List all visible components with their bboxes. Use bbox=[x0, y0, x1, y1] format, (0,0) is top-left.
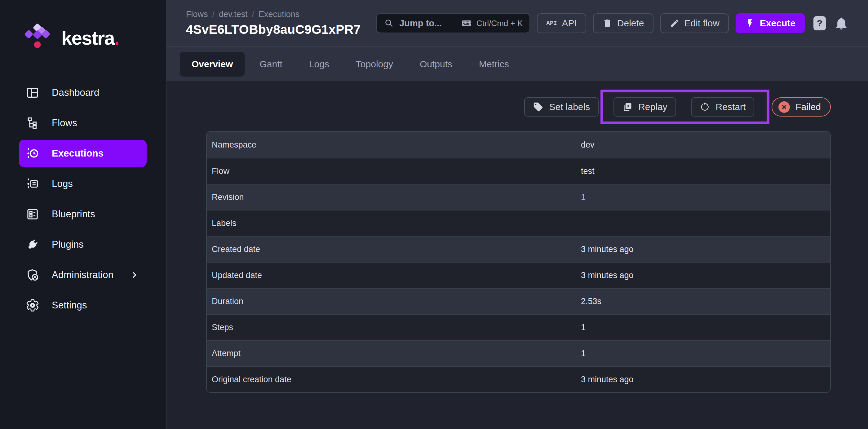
table-row-attempt: Attempt 1 bbox=[207, 340, 830, 366]
overview-content: Set labels Replay bbox=[166, 81, 868, 429]
tab-logs[interactable]: Logs bbox=[297, 52, 341, 76]
api-button[interactable]: API API bbox=[537, 13, 586, 33]
sidebar-item-executions[interactable]: Executions bbox=[19, 140, 147, 167]
sidebar-item-settings[interactable]: Settings bbox=[19, 292, 147, 319]
sidebar-item-label: Flows bbox=[52, 118, 77, 129]
set-labels-button[interactable]: Set labels bbox=[524, 97, 599, 117]
sidebar-item-label: Executions bbox=[52, 148, 103, 159]
sidebar: kestra. Dashboard bbox=[0, 0, 166, 429]
flows-icon bbox=[26, 116, 39, 130]
table-row-namespace: Namespace dev bbox=[207, 132, 830, 158]
tag-icon bbox=[533, 102, 544, 112]
execution-actions-row: Set labels Replay bbox=[206, 90, 831, 124]
replay-button[interactable]: Replay bbox=[614, 97, 676, 117]
sidebar-item-plugins[interactable]: Plugins bbox=[19, 231, 147, 258]
search-icon bbox=[384, 18, 394, 29]
dashboard-icon bbox=[26, 86, 39, 99]
tab-metrics[interactable]: Metrics bbox=[467, 52, 521, 76]
close-circle-icon bbox=[778, 101, 790, 113]
shortcut-hint: Ctrl/Cmd + K bbox=[461, 18, 523, 29]
sidebar-item-administration[interactable]: Administration bbox=[19, 261, 147, 288]
status-badge-label: Failed bbox=[796, 102, 821, 112]
kestra-logo-text: kestra. bbox=[61, 27, 119, 49]
table-row-flow: Flow test bbox=[207, 158, 830, 184]
bell-icon bbox=[835, 17, 848, 30]
sidebar-item-flows[interactable]: Flows bbox=[19, 110, 147, 137]
tab-overview[interactable]: Overview bbox=[180, 52, 245, 76]
main-area: Flows / dev.test / Executions 4SvE6LTOBb… bbox=[166, 0, 868, 429]
tab-topology[interactable]: Topology bbox=[344, 52, 405, 76]
annotation-highlight-box: Replay Restart bbox=[600, 90, 769, 124]
sidebar-item-label: Dashboard bbox=[52, 87, 99, 98]
executions-icon bbox=[26, 147, 39, 160]
table-row-updated-date: Updated date 3 minutes ago bbox=[207, 262, 830, 288]
plugins-icon bbox=[26, 238, 39, 251]
breadcrumb-executions[interactable]: Executions bbox=[258, 10, 300, 19]
topbar: Flows / dev.test / Executions 4SvE6LTOBb… bbox=[166, 0, 868, 47]
sidebar-nav: Dashboard Flows bbox=[0, 78, 166, 320]
sidebar-item-label: Administration bbox=[52, 269, 114, 280]
blueprints-icon bbox=[26, 207, 39, 221]
breadcrumb-separator: / bbox=[252, 10, 254, 19]
lightning-icon bbox=[745, 18, 755, 28]
chevron-right-icon bbox=[128, 269, 141, 281]
execution-tabs: Overview Gantt Logs Topology Outputs Met… bbox=[166, 47, 868, 81]
gear-icon bbox=[26, 299, 39, 312]
jump-to-placeholder: Jump to... bbox=[399, 18, 442, 29]
table-row-created-date: Created date 3 minutes ago bbox=[207, 236, 830, 262]
kestra-app: kestra. Dashboard bbox=[0, 0, 868, 429]
trash-icon bbox=[602, 18, 612, 28]
execute-button[interactable]: Execute bbox=[736, 13, 805, 33]
restart-icon bbox=[700, 102, 710, 112]
revision-link[interactable]: 1 bbox=[581, 192, 830, 202]
sidebar-item-label: Logs bbox=[52, 178, 73, 189]
table-row-original-creation-date: Original creation date 3 minutes ago bbox=[207, 366, 830, 392]
keyboard-icon bbox=[461, 18, 472, 29]
table-row-labels: Labels bbox=[207, 210, 830, 236]
table-row-revision: Revision 1 bbox=[207, 184, 830, 210]
breadcrumb-namespace[interactable]: dev.test bbox=[219, 10, 248, 19]
table-row-steps: Steps 1 bbox=[207, 314, 830, 340]
table-row-duration: Duration 2.53s bbox=[207, 288, 830, 314]
page-title: 4SvE6LTOBby8auC9G1xPR7 bbox=[186, 22, 361, 37]
pencil-icon bbox=[670, 18, 680, 28]
delete-button[interactable]: Delete bbox=[593, 13, 653, 33]
header-titles: Flows / dev.test / Executions 4SvE6LTOBb… bbox=[186, 10, 361, 37]
replay-icon bbox=[622, 102, 633, 112]
help-button[interactable]: ? bbox=[813, 16, 826, 30]
question-mark-icon: ? bbox=[817, 18, 823, 29]
sidebar-item-label: Settings bbox=[52, 300, 87, 311]
jump-to-search[interactable]: Jump to... Ctrl/Cmd + K bbox=[376, 13, 530, 33]
breadcrumb: Flows / dev.test / Executions bbox=[186, 10, 361, 19]
header-actions: Jump to... Ctrl/Cmd + K API API bbox=[376, 13, 848, 33]
notifications-button[interactable] bbox=[835, 17, 848, 30]
shortcut-text: Ctrl/Cmd + K bbox=[476, 19, 523, 28]
breadcrumb-separator: / bbox=[212, 10, 215, 19]
api-icon: API bbox=[546, 20, 557, 27]
breadcrumb-flows[interactable]: Flows bbox=[186, 10, 208, 19]
kestra-logo[interactable]: kestra. bbox=[22, 22, 166, 53]
edit-flow-button[interactable]: Edit flow bbox=[660, 13, 729, 33]
sidebar-item-label: Plugins bbox=[52, 239, 84, 250]
sidebar-item-label: Blueprints bbox=[52, 209, 95, 220]
shield-account-icon bbox=[26, 268, 39, 282]
kestra-logo-icon bbox=[22, 22, 54, 54]
sidebar-item-dashboard[interactable]: Dashboard bbox=[19, 79, 147, 106]
tab-outputs[interactable]: Outputs bbox=[408, 52, 464, 76]
sidebar-item-logs[interactable]: Logs bbox=[19, 170, 147, 197]
tab-gantt[interactable]: Gantt bbox=[248, 52, 294, 76]
status-badge-failed: Failed bbox=[772, 97, 831, 117]
logs-icon bbox=[26, 177, 39, 191]
restart-button[interactable]: Restart bbox=[691, 97, 754, 117]
sidebar-item-blueprints[interactable]: Blueprints bbox=[19, 201, 147, 228]
execution-details-table: Namespace dev Flow test Revision 1 Label… bbox=[206, 131, 831, 393]
